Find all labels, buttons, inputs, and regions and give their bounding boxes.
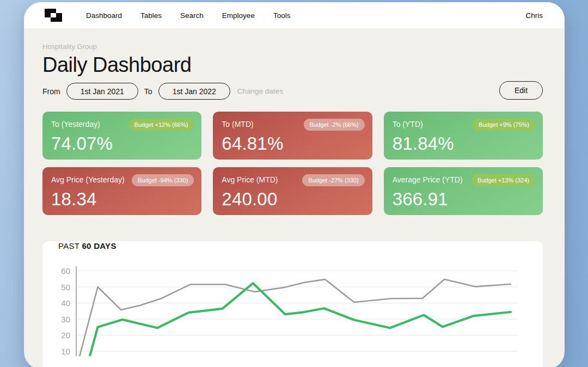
navbar: Dashboard Tables Search Employee Tools C…: [24, 2, 565, 28]
edit-button[interactable]: Edit: [499, 81, 543, 100]
past-60-days-chart: 605040302010: [50, 264, 521, 356]
from-label: From: [42, 87, 60, 96]
y-tick-label: 10: [61, 347, 70, 356]
main-content: Hospitality Group Daily Dashboard From 1…: [24, 42, 565, 367]
y-tick-label: 20: [61, 331, 70, 340]
kpi-budget-badge: Budget -2% (66%): [304, 119, 365, 131]
group-eyebrow: Hospitality Group: [42, 42, 543, 51]
kpi-card: Avg Price (Yesterday) 18.34 Budget -94% …: [42, 167, 201, 215]
nav-item-search[interactable]: Search: [180, 11, 204, 20]
user-menu[interactable]: Chris: [525, 11, 543, 20]
from-date-pill[interactable]: 1st Jan 2021: [66, 83, 138, 100]
to-date-pill[interactable]: 1st Jan 2022: [158, 83, 230, 100]
nav-item-employee[interactable]: Employee: [222, 11, 255, 20]
kpi-card: To (MTD) 64.81% Budget -2% (66%): [213, 112, 372, 160]
kpi-value: 64.81%: [222, 133, 363, 154]
nav-item-tools[interactable]: Tools: [273, 11, 291, 20]
chart-title: PAST 60 DAYS: [58, 241, 543, 250]
kpi-card: Avg Price (MTD) 240.00 Budget -27% (330): [213, 167, 372, 215]
change-dates-hint: Change dates: [237, 87, 283, 95]
kpi-value: 18.34: [51, 189, 193, 210]
nav-item-tables[interactable]: Tables: [140, 11, 162, 20]
kpi-value: 240.00: [222, 189, 363, 210]
kpi-card: To (Yesterday) 74.07% Budget +12% (66%): [42, 112, 201, 160]
kpi-value: 81.84%: [393, 133, 534, 154]
kpi-budget-badge: Budget -27% (330): [302, 174, 364, 186]
logo-icon[interactable]: [44, 8, 63, 22]
kpi-budget-badge: Budget +12% (66%): [128, 119, 194, 131]
kpi-grid: To (Yesterday) 74.07% Budget +12% (66%) …: [42, 112, 543, 215]
nav-menu: Dashboard Tables Search Employee Tools: [86, 11, 290, 20]
nav-item-dashboard[interactable]: Dashboard: [86, 11, 122, 20]
y-tick-label: 30: [61, 315, 70, 324]
y-tick-label: 50: [61, 283, 70, 292]
y-tick-label: 60: [61, 266, 70, 276]
chart-green-line: [89, 283, 511, 356]
chart-panel: PAST 60 DAYS 605040302010: [42, 241, 543, 367]
chart-gray-line: [78, 279, 511, 356]
kpi-budget-badge: Budget -94% (330): [132, 174, 194, 186]
y-tick-label: 40: [61, 298, 70, 308]
to-label: To: [144, 87, 152, 96]
kpi-card: To (YTD) 81.84% Budget +9% (75%): [384, 112, 543, 160]
kpi-budget-badge: Budget +13% (324): [471, 174, 535, 186]
kpi-value: 74.07%: [51, 133, 193, 154]
app-window: Dashboard Tables Search Employee Tools C…: [24, 2, 565, 367]
kpi-card: Average Price (YTD) 366.91 Budget +13% (…: [384, 167, 543, 215]
date-range-row: From 1st Jan 2021 To 1st Jan 2022 Change…: [42, 83, 543, 100]
kpi-budget-badge: Budget +9% (75%): [473, 119, 535, 131]
page-title: Daily Dashboard: [42, 53, 543, 77]
kpi-value: 366.91: [393, 189, 534, 210]
